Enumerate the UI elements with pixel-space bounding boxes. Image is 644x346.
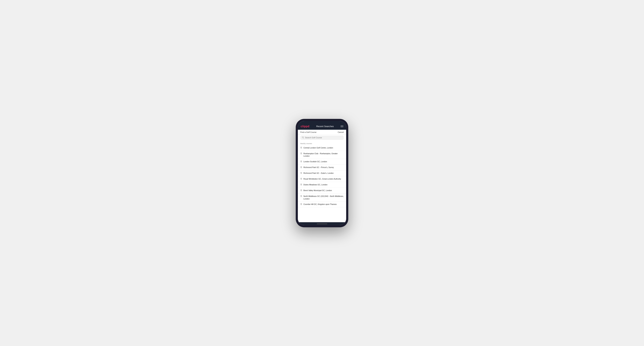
- status-bar: [298, 121, 346, 123]
- course-name: Central London Golf Centre, London: [304, 147, 333, 149]
- svg-point-7: [301, 178, 302, 179]
- list-item[interactable]: Dukes Meadows GC, London: [298, 182, 346, 188]
- location-pin-icon: [300, 166, 302, 169]
- location-pin-icon: [300, 203, 302, 206]
- phone-screen: clippd Recent Searches Find a Golf Cours…: [298, 121, 346, 225]
- svg-point-8: [301, 184, 302, 184]
- list-item[interactable]: North Middlesex GC (1011942 - North Midd…: [298, 193, 346, 202]
- find-bar: Find a Golf Course Cancel: [298, 130, 346, 135]
- course-name: Brent Valley Municipal GC, London: [304, 189, 332, 192]
- svg-point-3: [301, 153, 302, 153]
- search-wrapper: [300, 136, 344, 140]
- course-name: Richmond Park GC - Duke's, London: [304, 172, 334, 174]
- course-name: Richmond Park GC - Prince's, Surrey: [304, 166, 334, 169]
- location-pin-icon: [300, 161, 302, 163]
- home-bar: [317, 224, 327, 224]
- location-pin-icon: [300, 189, 302, 192]
- svg-point-10: [301, 195, 302, 196]
- svg-point-9: [301, 190, 302, 190]
- app-header: clippd Recent Searches: [298, 123, 346, 130]
- phone-frame: clippd Recent Searches Find a Golf Cours…: [296, 119, 348, 227]
- list-item[interactable]: Royal Wimbledon GC, Great London Authori…: [298, 176, 346, 182]
- location-pin-icon: [300, 178, 302, 180]
- search-box: [298, 135, 346, 141]
- location-pin-icon: [300, 153, 302, 155]
- search-input[interactable]: [305, 137, 342, 139]
- nearby-header: Nearby courses: [298, 141, 346, 145]
- location-pin-icon: [300, 147, 302, 149]
- course-name: Dukes Meadows GC, London: [304, 183, 328, 186]
- svg-point-6: [301, 173, 302, 173]
- location-pin-icon: [300, 183, 302, 186]
- svg-line-1: [304, 138, 304, 138]
- app-logo: clippd: [301, 125, 310, 128]
- list-item[interactable]: Richmond Park GC - Duke's, London: [298, 171, 346, 176]
- find-label: Find a Golf Course: [300, 131, 316, 133]
- header-title: Recent Searches: [316, 125, 334, 128]
- courses-list: Central London Golf Centre, London Roeha…: [298, 145, 346, 207]
- svg-point-4: [301, 161, 302, 161]
- list-item[interactable]: Coombe Hill GC, Kingston upon Thames: [298, 202, 346, 207]
- list-item[interactable]: London Scottish GC, London: [298, 159, 346, 165]
- location-pin-icon: [300, 195, 302, 198]
- svg-point-5: [301, 167, 302, 167]
- svg-point-0: [302, 137, 304, 138]
- course-name: Royal Wimbledon GC, Great London Authori…: [304, 178, 341, 180]
- course-name: North Middlesex GC (1011942 - North Midd…: [304, 195, 344, 200]
- course-name: London Scottish GC, London: [304, 160, 327, 163]
- course-name: Roehampton Club - Roehampton, Greater Lo…: [304, 152, 344, 157]
- course-name: Coombe Hill GC, Kingston upon Thames: [304, 203, 336, 206]
- home-indicator: [298, 222, 346, 225]
- list-item[interactable]: Brent Valley Municipal GC, London: [298, 188, 346, 193]
- list-item[interactable]: Central London Golf Centre, London: [298, 145, 346, 151]
- list-item[interactable]: Roehampton Club - Roehampton, Greater Lo…: [298, 151, 346, 159]
- svg-point-11: [301, 204, 302, 204]
- cancel-button[interactable]: Cancel: [338, 131, 344, 133]
- location-pin-icon: [300, 172, 302, 175]
- svg-point-2: [301, 147, 302, 148]
- menu-icon[interactable]: [340, 126, 343, 127]
- search-icon: [302, 137, 304, 139]
- nearby-section: Nearby courses Central London Golf Centr…: [298, 141, 346, 222]
- list-item[interactable]: Richmond Park GC - Prince's, Surrey: [298, 165, 346, 171]
